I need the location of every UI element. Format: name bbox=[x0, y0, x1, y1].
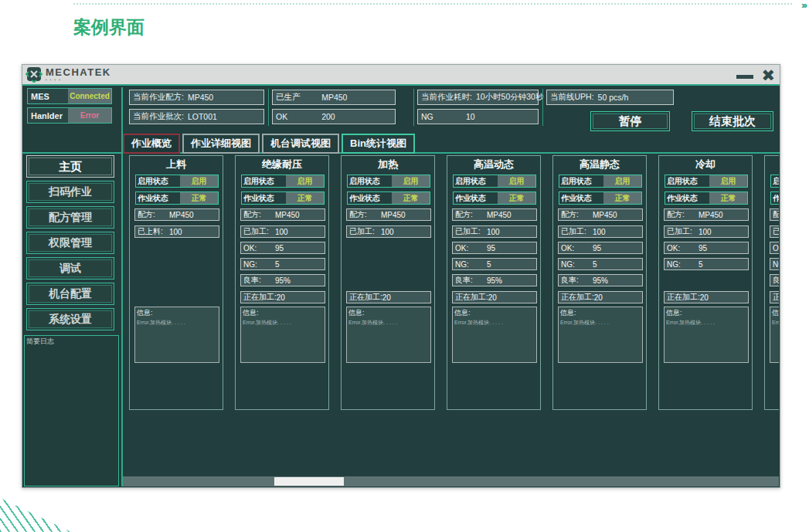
field-value: 100 bbox=[381, 228, 394, 236]
station-field-ok: OK:95 bbox=[558, 242, 643, 254]
enable-status-value: 启用 bbox=[286, 175, 324, 187]
station-field-processed: 已作业: bbox=[770, 225, 779, 238]
info-label: 信息: bbox=[137, 308, 217, 318]
status-handler: HanlderError bbox=[27, 107, 112, 124]
work-status: 作业状态 bbox=[770, 191, 779, 205]
tab-machine-debug-view[interactable]: 机台调试视图 bbox=[262, 134, 339, 154]
field-label: OK: bbox=[453, 244, 487, 252]
field-label: 当前线UPH: bbox=[550, 92, 594, 103]
sidebar-item-recipe-mgmt[interactable]: 配方管理 bbox=[26, 206, 114, 229]
tab-overview[interactable]: 作业概览 bbox=[123, 134, 180, 154]
enable-status-value: 启用 bbox=[709, 175, 747, 187]
sidebar-item-system-settings[interactable]: 系统设置 bbox=[26, 308, 114, 330]
field-label: NG: bbox=[241, 260, 275, 269]
field-value: 5 bbox=[275, 260, 280, 269]
field-value: MP450 bbox=[593, 211, 617, 219]
info-text: Error.加热模块. . . . . bbox=[560, 319, 641, 327]
info-text: Error.加热模块. . . . . bbox=[666, 319, 746, 327]
close-icon[interactable]: ✖ bbox=[761, 65, 775, 86]
titlebar: MECHATEK ▪▪▪▪ ✖ bbox=[22, 65, 780, 86]
sidebar-item-scan-job[interactable]: 扫码作业 bbox=[26, 181, 114, 203]
station-field-loaded: 已上料:100 bbox=[134, 225, 219, 238]
field-label: 配方: bbox=[241, 209, 275, 220]
top-dotted-divider bbox=[73, 3, 792, 5]
station-info-box: 信息:Error.加热模块. . . . . bbox=[346, 307, 431, 363]
station-field-ok: OK: bbox=[770, 242, 779, 254]
field-label: 已上料: bbox=[135, 226, 169, 237]
end-batch-button[interactable]: 结束批次 bbox=[692, 111, 773, 131]
scrollbar-thumb[interactable] bbox=[274, 477, 344, 486]
field-label: 已生产 bbox=[276, 92, 301, 103]
minimize-icon[interactable] bbox=[736, 75, 753, 79]
work-status-label: 作业状态 bbox=[771, 192, 779, 204]
station-field-wip: 正在加工:20 bbox=[664, 291, 749, 303]
chevrons-icon: ››› bbox=[801, 0, 806, 11]
station-title: 冷却 bbox=[659, 158, 752, 171]
field-produced: 已生产 MP450 bbox=[272, 90, 396, 105]
work-status: 作业状态正常 bbox=[559, 191, 642, 205]
field-label: 正在加工: bbox=[347, 292, 382, 303]
field-label: 正在加工: bbox=[665, 292, 700, 303]
sidebar-item-machine-config[interactable]: 机台配置 bbox=[26, 283, 114, 305]
field-value: 95% bbox=[593, 276, 608, 285]
field-label: 当前作业耗时: bbox=[421, 92, 472, 103]
field-value: 100 bbox=[593, 228, 606, 236]
field-label: 正在作业: bbox=[770, 292, 779, 303]
field-label: 配方: bbox=[559, 209, 593, 220]
station-field-ok: OK:95 bbox=[664, 242, 749, 254]
work-status-label: 作业状态 bbox=[454, 192, 498, 204]
tab-detail-view[interactable]: 作业详细视图 bbox=[182, 134, 260, 154]
work-status-label: 作业状态 bbox=[242, 192, 286, 204]
field-value: 10 bbox=[466, 112, 475, 121]
field-label: 正在加工: bbox=[559, 292, 594, 303]
enable-status: 启用状态 bbox=[770, 175, 779, 188]
station-field-recipe: 配方:MP450 bbox=[134, 208, 219, 221]
field-value: 20 bbox=[594, 293, 603, 302]
sidebar-item-home[interactable]: 主页 bbox=[26, 155, 114, 178]
work-status-label: 作业状态 bbox=[665, 192, 709, 204]
info-text: Error.加热模块. . . . . bbox=[243, 319, 323, 327]
field-label: 正在加工: bbox=[241, 292, 277, 303]
station-card-cooling: 冷却启用状态启用作业状态正常配方:MP450已加工:100OK:95NG:5正在… bbox=[658, 155, 753, 410]
field-label: 当前作业批次: bbox=[133, 111, 184, 122]
station-field-ng: NG: bbox=[770, 258, 779, 270]
station-info-box: 信息:Error.加热模块. . . . . bbox=[558, 307, 643, 363]
sidebar-item-permission-mgmt[interactable]: 权限管理 bbox=[26, 232, 114, 254]
work-status-value: 正常 bbox=[180, 192, 218, 204]
field-value: 100 bbox=[487, 228, 500, 236]
work-status-value: 正常 bbox=[286, 192, 324, 204]
station-card-heating: 加热启用状态启用作业状态正常配方:MP450已加工:100正在加工:20信息:E… bbox=[341, 155, 435, 410]
sidebar: MESConnectedHanlderError 主页扫码作业配方管理权限管理调… bbox=[22, 87, 121, 486]
station-info-box: 信息:Error.加热模块. . . . . bbox=[134, 307, 219, 363]
status-value: Error bbox=[68, 108, 111, 123]
pause-button[interactable]: 暂停 bbox=[590, 111, 670, 131]
station-field-ng: NG:5 bbox=[240, 258, 325, 270]
station-field-ok: OK:95 bbox=[240, 242, 325, 254]
field-label: OK: bbox=[559, 244, 593, 252]
enable-status: 启用状态启用 bbox=[559, 175, 642, 188]
sidebar-item-debug[interactable]: 调试 bbox=[26, 257, 114, 280]
info-text: Error.加热模块. . . . . bbox=[137, 319, 217, 327]
station-field-recipe: 配方:MP450 bbox=[346, 208, 431, 221]
enable-status: 启用状态启用 bbox=[241, 175, 325, 188]
field-label: 良率: bbox=[770, 275, 779, 286]
enable-status: 启用状态启用 bbox=[453, 175, 536, 188]
status-label: Hanlder bbox=[28, 108, 68, 123]
info-label: 信息: bbox=[560, 308, 641, 318]
work-status: 作业状态正常 bbox=[241, 191, 325, 205]
field-label: OK: bbox=[241, 244, 275, 252]
horizontal-scrollbar[interactable] bbox=[123, 476, 779, 486]
enable-status: 启用状态启用 bbox=[665, 175, 748, 188]
field-label: 良率: bbox=[453, 275, 487, 286]
enable-status-label: 启用状态 bbox=[454, 175, 498, 187]
station-field-ng: NG:5 bbox=[452, 258, 537, 270]
enable-status-value: 启用 bbox=[498, 175, 535, 187]
tab-bin-stats-view[interactable]: Bin统计视图 bbox=[342, 134, 415, 154]
field-value: 95 bbox=[275, 244, 284, 252]
station-field-yield: 良率:95% bbox=[240, 274, 325, 286]
info-text: Error.加热模块. . . . . bbox=[454, 319, 535, 327]
station-card-loading: 上料启用状态启用作业状态正常配方:MP450已上料:100信息:Error.加热… bbox=[129, 155, 223, 410]
enable-status-label: 启用状态 bbox=[242, 175, 286, 187]
field-label: 已加工: bbox=[347, 226, 381, 237]
work-status: 作业状态正常 bbox=[665, 191, 748, 205]
